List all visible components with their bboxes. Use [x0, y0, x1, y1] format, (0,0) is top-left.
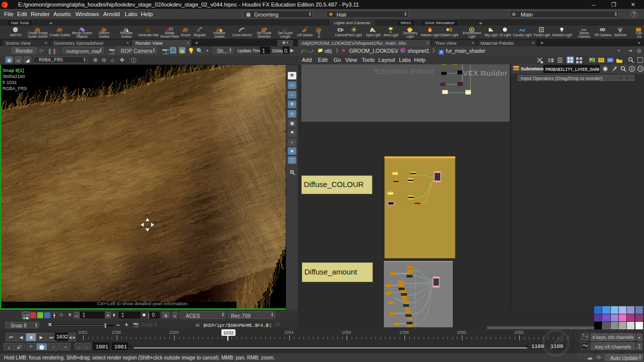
svg-text:Ctrl+Left to show detailed pix: Ctrl+Left to show detailed pixel informa… [97, 301, 189, 306]
svg-text:Snap 8[1]: Snap 8[1] [3, 67, 24, 73]
svg-text:fr 1032: fr 1032 [3, 80, 17, 85]
svg-text:?: ? [639, 67, 642, 71]
svg-text:RGBA_FRS: RGBA_FRS [3, 86, 27, 91]
svg-text:3840x2160: 3840x2160 [3, 74, 25, 79]
